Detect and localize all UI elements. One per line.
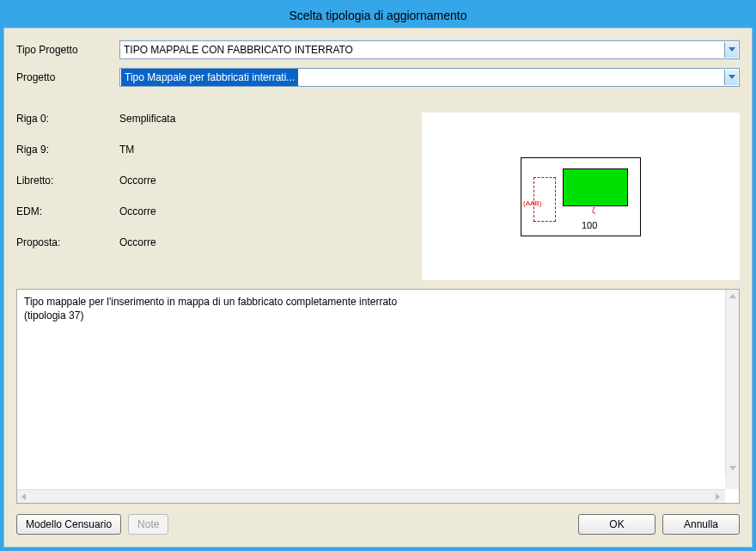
- row-progetto: Progetto Tipo Mappale per fabbricati int…: [16, 68, 740, 87]
- info-labels-column: Riga 0: Riga 9: Libretto: EDM: Proposta:: [16, 113, 119, 280]
- horizontal-scrollbar[interactable]: [17, 489, 725, 503]
- scroll-up-icon[interactable]: [726, 290, 739, 303]
- chevron-down-icon[interactable]: [724, 42, 738, 58]
- label-edm: EDM:: [16, 205, 119, 217]
- preview-panel: (AAB) ζ 100: [422, 113, 740, 280]
- annulla-label: Annulla: [684, 518, 718, 530]
- value-riga9: TM: [119, 144, 422, 156]
- label-progetto: Progetto: [16, 71, 119, 83]
- value-libretto: Occorre: [119, 174, 422, 187]
- titlebar: Scelta tipologia di aggiornamento: [3, 3, 753, 28]
- note-label: Note: [137, 518, 159, 530]
- ok-button[interactable]: OK: [578, 514, 655, 535]
- diagram-green-rect: [563, 168, 628, 206]
- diagram: (AAB) ζ 100: [521, 157, 641, 236]
- value-riga0: Semplificata: [119, 113, 422, 125]
- diagram-number: 100: [582, 220, 597, 230]
- info-values-column: Semplificata TM Occorre Occorre Occorre: [119, 113, 422, 280]
- description-line2: (tipologia 37): [24, 309, 732, 322]
- row-tipo-progetto: Tipo Progetto TIPO MAPPALE CON FABBRICAT…: [16, 40, 740, 59]
- combo-tipo-progetto[interactable]: TIPO MAPPALE CON FABBRICATO INTERRATO: [119, 40, 740, 59]
- value-edm: Occorre: [119, 205, 422, 217]
- annulla-button[interactable]: Annulla: [662, 514, 740, 535]
- combo-progetto-text: Tipo Mappale per fabbricati interrati...: [121, 69, 298, 86]
- label-libretto: Libretto:: [16, 174, 119, 187]
- button-row: Modello Censuario Note OK Annulla: [16, 514, 740, 535]
- scroll-left-icon[interactable]: [17, 490, 31, 504]
- scroll-corner: [725, 475, 739, 489]
- dialog-window: Scelta tipologia di aggiornamento Tipo P…: [0, 0, 756, 551]
- label-tipo-progetto: Tipo Progetto: [16, 44, 119, 56]
- window-title: Scelta tipologia di aggiornamento: [289, 9, 466, 22]
- scroll-down-icon[interactable]: [726, 462, 739, 475]
- value-proposta: Occorre: [119, 236, 422, 248]
- chevron-down-icon[interactable]: [724, 70, 738, 85]
- combo-progetto[interactable]: Tipo Mappale per fabbricati interrati...: [119, 68, 740, 87]
- diagram-tick-label: ζ: [592, 206, 595, 215]
- client-area: Tipo Progetto TIPO MAPPALE CON FABBRICAT…: [3, 28, 753, 548]
- modello-censuario-label: Modello Censuario: [26, 518, 112, 530]
- description-line1: Tipo mappale per l'inserimento in mappa …: [24, 295, 732, 309]
- combo-tipo-progetto-text: TIPO MAPPALE CON FABBRICATO INTERRATO: [124, 44, 353, 56]
- ok-label: OK: [609, 518, 624, 530]
- label-proposta: Proposta:: [16, 236, 119, 248]
- label-riga0: Riga 0:: [16, 113, 119, 125]
- note-button: Note: [128, 514, 168, 535]
- modello-censuario-button[interactable]: Modello Censuario: [16, 514, 121, 535]
- description-content[interactable]: Tipo mappale per l'inserimento in mappa …: [17, 290, 739, 489]
- scroll-right-icon[interactable]: [711, 490, 725, 504]
- diagram-aab-label: (AAB): [523, 199, 541, 207]
- description-box: Tipo mappale per l'inserimento in mappa …: [16, 289, 740, 504]
- mid-area: Riga 0: Riga 9: Libretto: EDM: Proposta:…: [16, 113, 740, 280]
- vertical-scrollbar[interactable]: [725, 290, 739, 475]
- label-riga9: Riga 9:: [16, 144, 119, 156]
